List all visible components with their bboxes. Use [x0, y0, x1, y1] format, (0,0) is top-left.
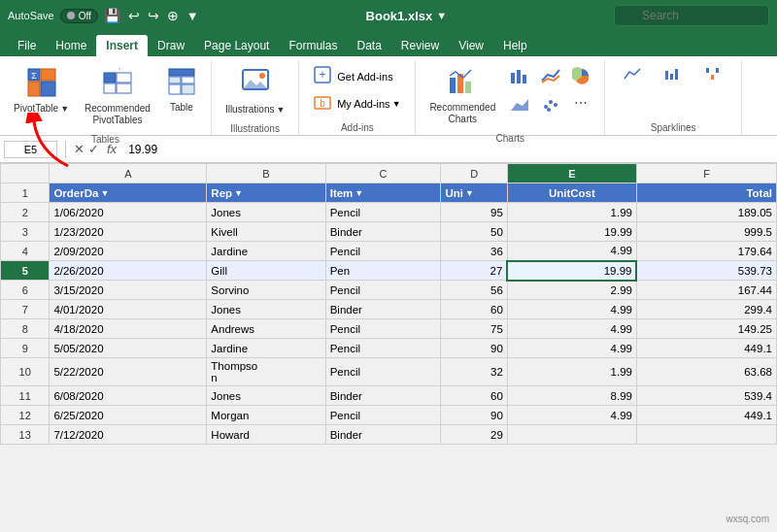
table-button[interactable]: Table [160, 64, 203, 117]
col-header-b[interactable]: B [207, 164, 325, 183]
cell-b2[interactable]: Jones [207, 203, 325, 222]
tab-draw[interactable]: Draw [148, 35, 194, 56]
save-icon[interactable]: 💾 [104, 8, 120, 23]
row-header-1[interactable]: 1 [1, 183, 50, 203]
formula-input[interactable] [124, 141, 773, 158]
cell-e10[interactable]: 1.99 [507, 358, 636, 386]
get-addins-button[interactable]: + Get Add-ins [310, 64, 404, 89]
col-header-e[interactable]: E [507, 164, 636, 183]
cell-e2[interactable]: 1.99 [507, 203, 636, 222]
cell-e12[interactable]: 4.99 [507, 406, 636, 425]
my-addins-button[interactable]: b My Add-ins ▼ [310, 91, 404, 116]
pivot-table-button[interactable]: Σ PivotTable ▼ [8, 64, 75, 118]
cell-f4[interactable]: 179.64 [636, 242, 776, 261]
cell-a2[interactable]: 1/06/2020 [50, 203, 207, 222]
cell-f11[interactable]: 539.4 [636, 386, 776, 406]
row-header-4[interactable]: 4 [1, 242, 50, 261]
cell-f2[interactable]: 189.05 [636, 203, 776, 222]
cell-c5[interactable]: Pen [325, 261, 441, 281]
cell-c6[interactable]: Pencil [325, 281, 441, 300]
cell-reference-box[interactable] [4, 141, 57, 158]
row-header-13[interactable]: 13 [1, 425, 50, 445]
tab-formulas[interactable]: Formulas [279, 35, 347, 56]
cell-e8[interactable]: 4.99 [507, 319, 636, 339]
undo-icon[interactable]: ↩ [128, 8, 140, 23]
cell-c4[interactable]: Pencil [325, 242, 441, 261]
cell-d11[interactable]: 60 [441, 386, 507, 406]
cell-f13[interactable] [636, 425, 776, 445]
cell-c9[interactable]: Pencil [325, 339, 441, 358]
cell-b1[interactable]: Rep▼ [207, 183, 325, 203]
tab-data[interactable]: Data [347, 35, 390, 56]
cell-c2[interactable]: Pencil [325, 203, 441, 222]
cell-b3[interactable]: Kivell [207, 222, 325, 242]
cell-e11[interactable]: 8.99 [507, 386, 636, 406]
cell-f9[interactable]: 449.1 [636, 339, 776, 358]
col-header-a[interactable]: A [50, 164, 207, 183]
cell-c13[interactable]: Binder [325, 425, 441, 445]
cell-f3[interactable]: 999.5 [636, 222, 776, 242]
sparkline-winloss-button[interactable] [694, 64, 733, 86]
cell-b11[interactable]: Jones [207, 386, 325, 406]
cell-b5[interactable]: Gill [207, 261, 325, 281]
recommended-pivot-button[interactable]: ? RecommendedPivotTables [79, 64, 156, 130]
cell-f5[interactable]: 539.73 [636, 261, 776, 281]
tab-insert[interactable]: Insert [96, 35, 148, 56]
tab-home[interactable]: Home [46, 35, 96, 56]
sparkline-line-button[interactable] [613, 64, 652, 86]
customize-icon[interactable]: ▼ [186, 9, 199, 23]
autosave-toggle[interactable]: Off [60, 9, 98, 23]
cell-e3[interactable]: 19.99 [507, 222, 636, 242]
cell-d4[interactable]: 36 [441, 242, 507, 261]
cell-c10[interactable]: Pencil [325, 358, 441, 386]
tab-help[interactable]: Help [493, 35, 537, 56]
cell-b12[interactable]: Morgan [207, 406, 325, 425]
row-header-6[interactable]: 6 [1, 281, 50, 300]
cell-f6[interactable]: 167.44 [636, 281, 776, 300]
col-header-d[interactable]: D [441, 164, 507, 183]
bar-chart-button[interactable] [505, 64, 534, 90]
cell-d9[interactable]: 90 [441, 339, 507, 358]
cell-f8[interactable]: 149.25 [636, 319, 776, 339]
cell-e1[interactable]: UnitCost [507, 183, 636, 203]
cell-a10[interactable]: 5/22/2020 [50, 358, 207, 386]
more-icon[interactable]: ⊕ [167, 8, 179, 23]
line-chart-button[interactable] [536, 64, 565, 90]
row-header-9[interactable]: 9 [1, 339, 50, 358]
cell-e7[interactable]: 4.99 [507, 300, 636, 319]
cell-e6[interactable]: 2.99 [507, 281, 636, 300]
cell-d13[interactable]: 29 [441, 425, 507, 445]
cell-f12[interactable]: 449.1 [636, 406, 776, 425]
cell-d3[interactable]: 50 [441, 222, 507, 242]
area-chart-button[interactable] [505, 92, 534, 118]
search-input[interactable] [614, 5, 769, 26]
cell-f10[interactable]: 63.68 [636, 358, 776, 386]
cell-a13[interactable]: 7/12/2020 [50, 425, 207, 445]
cell-d2[interactable]: 95 [441, 203, 507, 222]
cell-b8[interactable]: Andrews [207, 319, 325, 339]
cell-b4[interactable]: Jardine [207, 242, 325, 261]
cell-c11[interactable]: Binder [325, 386, 441, 406]
col-header-f[interactable]: F [636, 164, 776, 183]
cell-f1[interactable]: Total [636, 183, 776, 203]
scatter-chart-button[interactable] [536, 92, 565, 118]
row-header-12[interactable]: 12 [1, 406, 50, 425]
cell-d10[interactable]: 32 [441, 358, 507, 386]
cell-b6[interactable]: Sorvino [207, 281, 325, 300]
row-header-10[interactable]: 10 [1, 358, 50, 386]
cell-c1[interactable]: Item▼ [325, 183, 441, 203]
cell-e5[interactable]: 19.99 [507, 261, 636, 281]
cell-a8[interactable]: 4/18/2020 [50, 319, 207, 339]
cell-a7[interactable]: 4/01/2020 [50, 300, 207, 319]
cell-a9[interactable]: 5/05/2020 [50, 339, 207, 358]
cell-d5[interactable]: 27 [441, 261, 507, 281]
row-header-2[interactable]: 2 [1, 203, 50, 222]
cell-a5[interactable]: 2/26/2020 [50, 261, 207, 281]
row-header-8[interactable]: 8 [1, 319, 50, 339]
cell-a4[interactable]: 2/09/2020 [50, 242, 207, 261]
tab-file[interactable]: File [8, 35, 46, 56]
sparkline-bar-button[interactable] [654, 64, 693, 86]
row-header-3[interactable]: 3 [1, 222, 50, 242]
cell-c8[interactable]: Pencil [325, 319, 441, 339]
cell-e4[interactable]: 4.99 [507, 242, 636, 261]
